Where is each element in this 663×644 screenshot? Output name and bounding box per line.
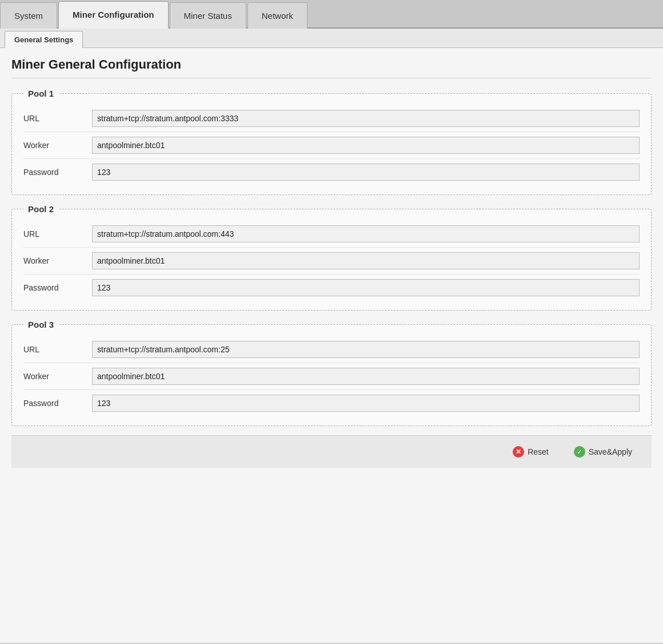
pool2-worker-row: Worker [23,248,640,275]
pool3-password-row: Password [23,390,640,416]
sub-tab-general-settings-label: General Settings [14,35,73,44]
pool2-password-row: Password [23,275,640,301]
pool1-url-row: URL [23,105,640,132]
save-button-label: Save&Apply [589,447,632,456]
tab-miner-configuration-label: Miner Configuration [73,10,154,19]
pool3-section: Pool 3 URL Worker Password [11,320,652,426]
pool2-password-label: Password [23,283,92,292]
reset-icon: ✕ [513,446,524,458]
pool1-worker-label: Worker [23,141,92,150]
sub-tab-general-settings[interactable]: General Settings [5,31,83,48]
pool3-worker-row: Worker [23,363,640,390]
pool3-worker-label: Worker [23,372,92,381]
pool3-url-row: URL [23,336,640,363]
tab-network-label: Network [262,11,293,21]
pool1-legend: Pool 1 [23,89,58,98]
tab-miner-configuration[interactable]: Miner Configuration [58,1,169,29]
pool2-worker-input[interactable] [92,252,640,269]
top-navigation: System Miner Configuration Miner Status … [0,0,663,29]
reset-button-label: Reset [528,447,549,456]
main-content: Miner General Configuration Pool 1 URL W… [0,48,663,643]
pool1-worker-row: Worker [23,132,640,159]
pool1-url-input[interactable] [92,110,640,127]
pool1-password-row: Password [23,159,640,185]
pool3-url-input[interactable] [92,341,640,358]
pool3-legend: Pool 3 [23,320,58,329]
tab-system-label: System [14,11,43,21]
tab-miner-status[interactable]: Miner Status [170,2,246,29]
tab-network[interactable]: Network [247,2,307,29]
save-apply-button[interactable]: ✓ Save&Apply [566,443,640,461]
pool1-password-input[interactable] [92,164,640,181]
page-title: Miner General Configuration [11,57,652,72]
pool2-password-input[interactable] [92,279,640,296]
sub-navigation: General Settings [0,29,663,48]
pool3-worker-input[interactable] [92,368,640,385]
action-bar: ✕ Reset ✓ Save&Apply [11,435,652,468]
pool1-url-label: URL [23,114,92,123]
reset-button[interactable]: ✕ Reset [505,443,557,461]
pool2-worker-label: Worker [23,256,92,265]
pool2-legend: Pool 2 [23,204,58,214]
pool1-worker-input[interactable] [92,137,640,154]
pool1-password-label: Password [23,168,92,177]
tab-miner-status-label: Miner Status [184,11,232,21]
pool3-url-label: URL [23,345,92,354]
save-icon: ✓ [574,446,585,458]
pool1-section: Pool 1 URL Worker Password [11,89,652,195]
pool3-password-input[interactable] [92,395,640,412]
title-divider [11,78,652,78]
tab-system[interactable]: System [0,2,57,29]
pool2-url-label: URL [23,229,92,238]
pool2-url-input[interactable] [92,225,640,243]
pool3-password-label: Password [23,399,92,408]
pool2-url-row: URL [23,221,640,248]
pool2-section: Pool 2 URL Worker Password [11,204,652,311]
